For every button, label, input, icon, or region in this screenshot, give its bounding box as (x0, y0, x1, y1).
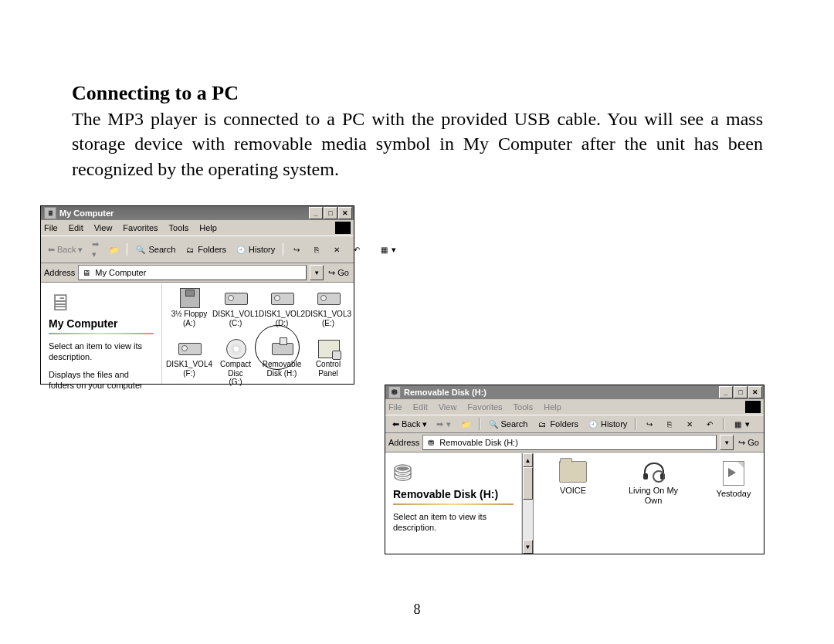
drive-item[interactable]: Control Panel (306, 338, 351, 387)
delete-button[interactable]: ✕ (327, 242, 346, 256)
address-label: Address (44, 268, 75, 277)
undo-button[interactable]: ↶ (348, 242, 366, 256)
hdd-icon (316, 288, 341, 308)
menu-favorites[interactable]: Favorites (123, 223, 158, 232)
pane-text-1: Select an item to view its description. (393, 511, 514, 534)
maximize-button[interactable]: □ (734, 386, 748, 398)
delete-icon: ✕ (684, 419, 695, 429)
hdd-icon (223, 288, 248, 308)
address-input[interactable]: 🖥 My Computer (78, 265, 307, 280)
menu-tools[interactable]: Tools (514, 402, 534, 412)
maximize-button[interactable]: □ (324, 207, 337, 219)
doc-body: The MP3 player is connected to a PC with… (72, 107, 763, 181)
close-button[interactable]: ✕ (338, 207, 352, 219)
up-button[interactable]: 📁 (104, 242, 123, 256)
drive-item[interactable]: RemovableDisk (H:) (259, 338, 304, 387)
file-list: VOICELiving On My OwnYestoday (533, 453, 764, 554)
undo-icon: ↶ (704, 419, 715, 429)
folders-button[interactable]: 🗂Folders (181, 242, 230, 256)
folders-button[interactable]: 🗂Folders (533, 417, 582, 431)
address-dropdown[interactable]: ▼ (310, 265, 324, 280)
move-to-icon: ↪ (644, 419, 655, 429)
forward-button[interactable]: ➡ ▾ (88, 238, 103, 261)
menu-view[interactable]: View (439, 402, 457, 412)
menu-help[interactable]: Help (544, 402, 561, 412)
window-title: My Computer (59, 208, 114, 218)
computer-icon: 🖥 (44, 207, 56, 219)
address-bar: Address ⛃ Removable Disk (H:) ▼ ↪Go (385, 433, 764, 452)
drive-item[interactable]: DISK1_VOL4(F:) (167, 338, 212, 387)
back-button[interactable]: ⬅ Back ▾ (44, 243, 86, 256)
go-button[interactable]: ↪Go (737, 438, 761, 448)
undo-icon: ↶ (351, 244, 362, 255)
file-label: VOICE (560, 486, 586, 496)
drive-item[interactable]: Compact Disc(G:) (213, 338, 258, 387)
file-label: Yestoday (717, 489, 751, 499)
menu-file[interactable]: File (44, 223, 58, 232)
address-label: Address (388, 438, 419, 447)
minimize-button[interactable]: _ (719, 386, 733, 398)
drive-sublabel: (E:) (322, 319, 334, 328)
pane-title: Removable Disk (H:) (393, 488, 514, 500)
file-item[interactable]: Yestoday (707, 461, 761, 506)
menu-tools[interactable]: Tools (169, 223, 189, 232)
undo-button[interactable]: ↶ (700, 417, 719, 431)
drive-item[interactable]: DISK1_VOL3(E:) (306, 288, 351, 327)
go-button[interactable]: ↪Go (327, 268, 351, 278)
address-bar: Address 🖥 My Computer ▼ ↪Go (41, 263, 354, 283)
folders-icon: 🗂 (185, 244, 195, 255)
address-dropdown[interactable]: ▼ (720, 435, 734, 450)
views-button[interactable]: ▦▾ (728, 417, 754, 431)
drive-item[interactable]: DISK1_VOL2(D:) (259, 288, 304, 327)
forward-button[interactable]: ➡ ▾ (432, 418, 454, 431)
floppy-icon (177, 288, 202, 308)
menu-edit[interactable]: Edit (413, 402, 428, 412)
delete-button[interactable]: ✕ (680, 417, 699, 431)
titlebar[interactable]: 🖥 My Computer _ □ ✕ (41, 206, 354, 220)
windows-logo-icon (745, 401, 761, 413)
hdd-icon (177, 338, 202, 358)
back-button[interactable]: ⬅ Back ▾ (388, 418, 431, 431)
menu-edit[interactable]: Edit (69, 223, 83, 232)
window-removable-disk: ⛃ Removable Disk (H:) _ □ ✕ File Edit Vi… (385, 385, 764, 554)
move-to-button[interactable]: ↪ (287, 242, 306, 256)
drive-sublabel: Disk (H:) (267, 369, 297, 378)
drive-item[interactable]: 3½ Floppy(A:) (167, 288, 212, 327)
minimize-button[interactable]: _ (309, 207, 323, 219)
copy-to-button[interactable]: ⎘ (660, 417, 679, 431)
scroll-up-button[interactable]: ▲ (523, 453, 533, 467)
audio-file-icon (723, 461, 744, 486)
copy-to-button[interactable]: ⎘ (307, 242, 326, 256)
search-button[interactable]: 🔍Search (131, 242, 179, 256)
history-icon: 🕘 (236, 244, 246, 255)
views-button[interactable]: ▦▾ (375, 242, 400, 256)
file-item[interactable]: VOICE (546, 461, 600, 506)
drive-label: DISK1_VOL3 (305, 310, 351, 319)
history-button[interactable]: 🕘History (232, 242, 279, 256)
drive-sublabel: (A:) (183, 319, 195, 328)
drive-sublabel: (C:) (229, 319, 242, 328)
history-button[interactable]: 🕘History (584, 417, 631, 431)
close-button[interactable]: ✕ (748, 386, 762, 398)
address-value: My Computer (95, 268, 146, 277)
address-input[interactable]: ⛃ Removable Disk (H:) (422, 435, 717, 450)
titlebar[interactable]: ⛃ Removable Disk (H:) _ □ ✕ (385, 385, 764, 399)
toolbar: ⬅ Back ▾ ➡ ▾ 📁 🔍Search 🗂Folders 🕘History… (41, 236, 354, 263)
search-button[interactable]: 🔍Search (484, 417, 532, 431)
up-button[interactable]: 📁 (456, 417, 475, 431)
menu-view[interactable]: View (94, 223, 113, 232)
cpanel-icon (316, 338, 341, 358)
menu-help[interactable]: Help (199, 223, 217, 232)
move-to-button[interactable]: ↪ (640, 417, 659, 431)
page-number: 8 (0, 602, 834, 618)
drive-item[interactable]: DISK1_VOL1(C:) (213, 288, 258, 327)
move-to-icon: ↪ (291, 244, 302, 255)
copy-to-icon: ⎘ (311, 244, 322, 255)
scroll-down-button[interactable]: ▼ (523, 540, 533, 554)
scrollbar[interactable]: ▲ ▼ (522, 453, 533, 554)
file-item[interactable]: Living On My Own (626, 461, 680, 506)
drive-label: DISK1_VOL2 (259, 310, 305, 319)
scroll-thumb[interactable] (523, 467, 533, 500)
menu-favorites[interactable]: Favorites (467, 402, 502, 412)
menu-file[interactable]: File (388, 402, 402, 412)
